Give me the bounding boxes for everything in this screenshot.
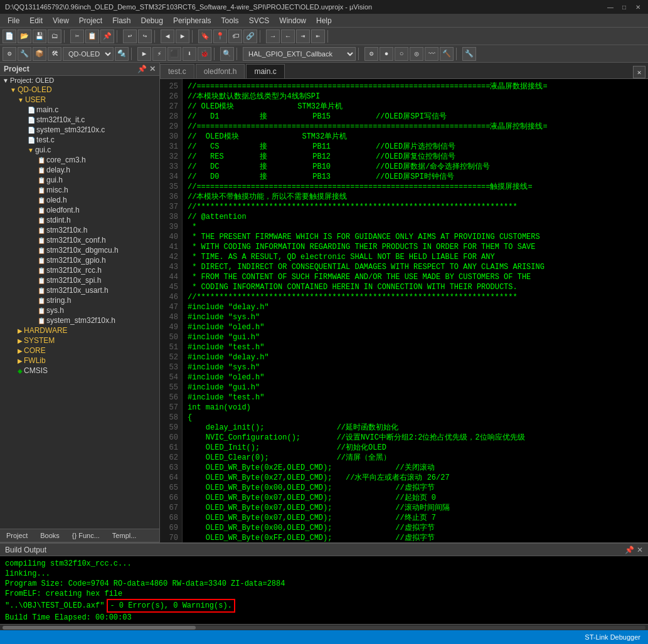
menu-peripherals[interactable]: Peripherals (168, 15, 216, 26)
maximize-button[interactable]: □ (619, 2, 629, 12)
tree-qd-oled[interactable]: ▼ QD-OLED (0, 85, 159, 95)
tree-stm32-rcc[interactable]: 📋 stm32f10x_rcc.h (0, 265, 159, 275)
target-dropdown[interactable]: QD-OLED (63, 47, 114, 61)
settings-btn[interactable]: ⚙ (3, 47, 16, 61)
wave-btn[interactable]: 〰 (425, 47, 438, 61)
save-btn[interactable]: 💾 (33, 29, 46, 43)
build-pin-icon[interactable]: 📌 (625, 546, 634, 554)
tab-books[interactable]: Books (34, 531, 66, 541)
editor-area: test.c oledfont.h main.c ✕ 2526272829 30… (160, 63, 648, 542)
tree-gui-c[interactable]: ▼ gui.c (0, 145, 159, 155)
bookmark3-btn[interactable]: 🏷 (228, 29, 242, 43)
bookmark-btn[interactable]: 🔖 (198, 29, 212, 43)
tree-sys-h[interactable]: 📋 sys.h (0, 305, 159, 315)
indent2-btn[interactable]: ⇥ (296, 29, 310, 43)
indent-btn[interactable]: → (266, 29, 280, 43)
cut-btn[interactable]: ✂ (70, 29, 84, 43)
menu-debug[interactable]: Debug (136, 15, 168, 26)
outdent-btn[interactable]: ← (281, 29, 295, 43)
code-area[interactable]: 2526272829 3031323334 3536373839 4041424… (160, 79, 648, 542)
tab-oledfont-h[interactable]: oledfont.h (196, 64, 245, 78)
tree-fwlib[interactable]: ▶ FWLib (0, 356, 159, 366)
open-btn[interactable]: 📂 (18, 29, 31, 43)
menu-edit[interactable]: Edit (24, 15, 48, 26)
tree-stm32-gpio[interactable]: 📋 stm32f10x_gpio.h (0, 255, 159, 265)
tree-stm32-conf[interactable]: 📋 stm32f10x_conf.h (0, 235, 159, 245)
save-all-btn[interactable]: 🗂 (48, 29, 61, 43)
tab-templ[interactable]: Templ... (106, 531, 143, 541)
menu-window[interactable]: Window (274, 15, 311, 26)
build-btn[interactable]: ▶ (137, 47, 151, 61)
tree-string-h[interactable]: 📋 string.h (0, 295, 159, 305)
start-debug-btn[interactable]: 🐞 (198, 47, 211, 61)
run-btn[interactable]: ● (380, 47, 393, 61)
menu-help[interactable]: Help (311, 15, 337, 26)
function-dropdown[interactable]: HAL_GPIO_EXTI_Callback (243, 47, 356, 61)
tree-cmsis[interactable]: ◆ CMSIS (0, 366, 159, 376)
close-panel-icon[interactable]: ✕ (149, 65, 156, 73)
tab-project[interactable]: Project (0, 531, 34, 541)
menu-project[interactable]: Project (74, 15, 107, 26)
outdent2-btn[interactable]: ⇤ (311, 29, 325, 43)
build-close-icon[interactable]: ✕ (637, 546, 643, 554)
extra-btn[interactable]: 🔧 (462, 47, 476, 61)
tree-hardware[interactable]: ▶ HARDWARE (0, 325, 159, 335)
tree-test-c[interactable]: 📄 test.c (0, 135, 159, 145)
tree-stm32-spi[interactable]: 📋 stm32f10x_spi.h (0, 275, 159, 285)
stop-btn[interactable]: ⬛ (167, 47, 181, 61)
tree-stdint-h[interactable]: 📋 stdint.h (0, 215, 159, 225)
step-btn[interactable]: ○ (395, 47, 408, 61)
tree-oledfont-h[interactable]: 📋 oledfont.h (0, 205, 159, 215)
settings4-btn[interactable]: 🛠 (48, 47, 61, 61)
step2-btn[interactable]: ◎ (410, 47, 423, 61)
tree-gui-h[interactable]: 📋 gui.h (0, 175, 159, 185)
build-scrollbar-thumb[interactable] (3, 626, 196, 630)
tree-stm32-dbgmcu[interactable]: 📋 stm32f10x_dbgmcu.h (0, 245, 159, 255)
tree-main-c[interactable]: 📄 main.c (0, 105, 159, 115)
search-btn[interactable]: 🔍 (220, 47, 234, 61)
back-btn[interactable]: ◀ (161, 29, 174, 43)
settings3-btn[interactable]: 📦 (33, 47, 46, 61)
tree-stm32-usart[interactable]: 📋 stm32f10x_usart.h (0, 285, 159, 295)
bookmark2-btn[interactable]: 📍 (213, 29, 227, 43)
tree-user[interactable]: ▼ USER (0, 95, 159, 105)
tab-main-c[interactable]: main.c (246, 64, 284, 78)
close-editor-btn[interactable]: ✕ (633, 66, 645, 78)
settings2-btn[interactable]: 🔧 (18, 47, 31, 61)
tree-stm32-h[interactable]: 📋 stm32f10x.h (0, 225, 159, 235)
menu-flash[interactable]: Flash (107, 15, 135, 26)
tree-core[interactable]: ▶ CORE (0, 346, 159, 356)
rebuild-btn[interactable]: ⚡ (152, 47, 166, 61)
download-btn[interactable]: ⬇ (183, 47, 196, 61)
tree-misc-h[interactable]: 📋 misc.h (0, 185, 159, 195)
menu-svcs[interactable]: SVCS (244, 15, 275, 26)
tools-btn[interactable]: 🔨 (440, 47, 454, 61)
menu-file[interactable]: File (3, 15, 24, 26)
more-btn[interactable]: ⚙ (364, 47, 378, 61)
tab-func[interactable]: {} Func... (66, 531, 106, 541)
minimize-button[interactable]: — (605, 2, 615, 12)
target-settings-btn[interactable]: 🔩 (115, 47, 129, 61)
close-button[interactable]: ✕ (633, 2, 643, 12)
tree-oled-h[interactable]: 📋 oled.h (0, 195, 159, 205)
copy-btn[interactable]: 📋 (85, 29, 99, 43)
undo-btn[interactable]: ↩ (123, 29, 137, 43)
tree-delay-h[interactable]: 📋 delay.h (0, 165, 159, 175)
tree-stm32-it[interactable]: 📄 stm32f10x_it.c (0, 115, 159, 125)
tab-test-c[interactable]: test.c (160, 64, 194, 78)
tree-system-folder[interactable]: ▶ SYSTEM (0, 335, 159, 346)
redo-btn[interactable]: ↪ (138, 29, 152, 43)
code-content[interactable]: //======================================… (183, 79, 648, 542)
tree-project-root[interactable]: ▼ Project: OLED (0, 76, 159, 85)
bookmark4-btn[interactable]: 🔗 (243, 29, 257, 43)
build-scrollbar[interactable] (0, 624, 648, 630)
forward-btn[interactable]: ▶ (176, 29, 189, 43)
tree-system[interactable]: 📄 system_stm32f10x.c (0, 125, 159, 135)
paste-btn[interactable]: 📌 (100, 29, 114, 43)
menu-tools[interactable]: Tools (216, 15, 244, 26)
menu-view[interactable]: View (48, 15, 74, 26)
tree-core-cm3[interactable]: 📋 core_cm3.h (0, 155, 159, 165)
tree-system-stm32[interactable]: 📋 system_stm32f10x.h (0, 315, 159, 325)
pin-icon[interactable]: 📌 (137, 65, 147, 73)
new-file-btn[interactable]: 📄 (3, 29, 16, 43)
